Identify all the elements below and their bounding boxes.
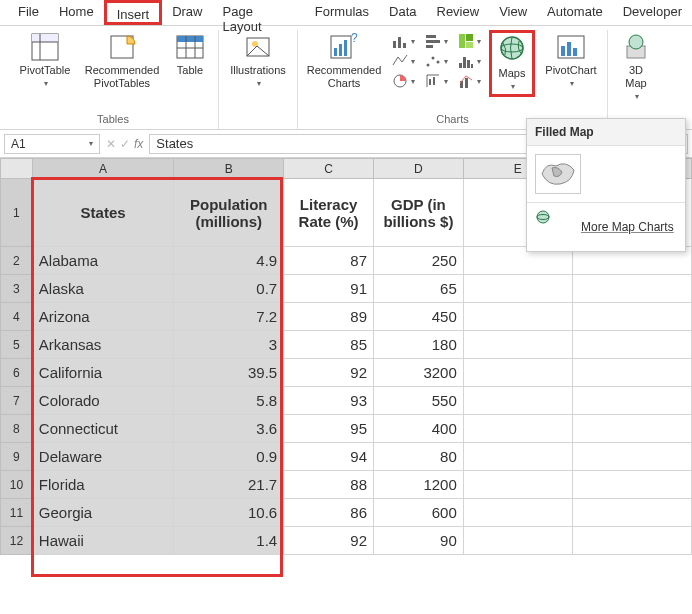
cell[interactable]: Georgia xyxy=(32,499,174,527)
cell[interactable]: 92 xyxy=(284,359,374,387)
cell-b1[interactable]: Population (millions) xyxy=(174,179,284,247)
row-header[interactable]: 7 xyxy=(1,387,33,415)
cell[interactable]: 88 xyxy=(284,471,374,499)
menu-home[interactable]: Home xyxy=(49,0,104,25)
cell[interactable]: 250 xyxy=(374,247,464,275)
pivottable-button[interactable]: PivotTable▾ xyxy=(14,30,76,91)
cell[interactable] xyxy=(463,359,572,387)
col-header-c[interactable]: C xyxy=(284,159,374,179)
menu-file[interactable]: File xyxy=(8,0,49,25)
cell[interactable]: 89 xyxy=(284,303,374,331)
cell[interactable] xyxy=(463,527,572,555)
cell[interactable]: 85 xyxy=(284,331,374,359)
menu-formulas[interactable]: Formulas xyxy=(305,0,379,25)
cell[interactable]: 5.8 xyxy=(174,387,284,415)
cell[interactable] xyxy=(572,275,691,303)
cell[interactable]: 3 xyxy=(174,331,284,359)
3d-map-button[interactable]: 3D Map▾ xyxy=(614,30,658,104)
cell-d1[interactable]: GDP (in billions $) xyxy=(374,179,464,247)
cell[interactable]: 1.4 xyxy=(174,527,284,555)
cell[interactable]: 92 xyxy=(284,527,374,555)
cell[interactable]: 93 xyxy=(284,387,374,415)
fx-icon[interactable]: fx xyxy=(134,137,143,151)
cell[interactable] xyxy=(572,471,691,499)
cell[interactable]: Arkansas xyxy=(32,331,174,359)
pivotchart-button[interactable]: PivotChart▾ xyxy=(541,30,601,91)
cell[interactable] xyxy=(572,499,691,527)
filled-map-option[interactable] xyxy=(535,154,581,194)
menu-draw[interactable]: Draw xyxy=(162,0,212,25)
menu-view[interactable]: View xyxy=(489,0,537,25)
cell[interactable] xyxy=(572,359,691,387)
surface-chart-button[interactable]: ▾ xyxy=(423,72,450,90)
cell[interactable] xyxy=(572,443,691,471)
menu-developer[interactable]: Developer xyxy=(613,0,692,25)
cell[interactable] xyxy=(463,303,572,331)
cell[interactable]: 600 xyxy=(374,499,464,527)
row-header[interactable]: 11 xyxy=(1,499,33,527)
menu-automate[interactable]: Automate xyxy=(537,0,613,25)
area-chart-button[interactable]: ▾ xyxy=(423,52,450,70)
row-header[interactable]: 8 xyxy=(1,415,33,443)
cell[interactable]: 550 xyxy=(374,387,464,415)
cell[interactable]: 7.2 xyxy=(174,303,284,331)
row-header-1[interactable]: 1 xyxy=(1,179,33,247)
cell-c1[interactable]: Literacy Rate (%) xyxy=(284,179,374,247)
cell[interactable]: 91 xyxy=(284,275,374,303)
cell[interactable]: 87 xyxy=(284,247,374,275)
menu-review[interactable]: Review xyxy=(427,0,490,25)
cell[interactable] xyxy=(572,387,691,415)
menu-data[interactable]: Data xyxy=(379,0,426,25)
select-all-corner[interactable] xyxy=(1,159,33,179)
line-chart-button[interactable]: ▾ xyxy=(390,52,417,70)
cell[interactable] xyxy=(463,443,572,471)
cell[interactable] xyxy=(463,331,572,359)
cell[interactable]: 94 xyxy=(284,443,374,471)
cell[interactable]: Connecticut xyxy=(32,415,174,443)
cell[interactable]: 95 xyxy=(284,415,374,443)
cell[interactable]: 0.7 xyxy=(174,275,284,303)
cell[interactable]: Alaska xyxy=(32,275,174,303)
row-header[interactable]: 5 xyxy=(1,331,33,359)
cell[interactable]: California xyxy=(32,359,174,387)
illustrations-button[interactable]: Illustrations▾ xyxy=(225,30,291,91)
cell[interactable]: 3.6 xyxy=(174,415,284,443)
menu-page-layout[interactable]: Page Layout xyxy=(213,0,305,25)
cell[interactable]: 39.5 xyxy=(174,359,284,387)
row-header[interactable]: 10 xyxy=(1,471,33,499)
col-header-d[interactable]: D xyxy=(374,159,464,179)
cell[interactable]: Delaware xyxy=(32,443,174,471)
bar-chart-button[interactable]: ▾ xyxy=(423,32,450,50)
recommended-charts-button[interactable]: ? Recommended Charts xyxy=(304,30,384,92)
more-map-charts-button[interactable]: More Map Charts xyxy=(527,202,685,251)
cell[interactable]: Colorado xyxy=(32,387,174,415)
menu-insert[interactable]: Insert xyxy=(104,0,163,25)
cell[interactable]: 400 xyxy=(374,415,464,443)
enter-formula-icon[interactable]: ✓ xyxy=(120,137,130,151)
cell[interactable]: 1200 xyxy=(374,471,464,499)
cell[interactable] xyxy=(572,527,691,555)
cell[interactable]: 4.9 xyxy=(174,247,284,275)
row-header[interactable]: 12 xyxy=(1,527,33,555)
pie-chart-button[interactable]: ▾ xyxy=(390,72,417,90)
col-header-b[interactable]: B xyxy=(174,159,284,179)
cell[interactable]: Arizona xyxy=(32,303,174,331)
cell[interactable]: 90 xyxy=(374,527,464,555)
cell[interactable] xyxy=(572,415,691,443)
cell[interactable]: 10.6 xyxy=(174,499,284,527)
recommended-pivottables-button[interactable]: Recommended PivotTables xyxy=(82,30,162,92)
col-header-a[interactable]: A xyxy=(32,159,174,179)
hierarchy-chart-button[interactable]: ▾ xyxy=(456,32,483,50)
cell[interactable] xyxy=(572,303,691,331)
cell[interactable]: 3200 xyxy=(374,359,464,387)
name-box[interactable]: A1▾ xyxy=(4,134,100,154)
row-header[interactable]: 6 xyxy=(1,359,33,387)
row-header[interactable]: 9 xyxy=(1,443,33,471)
row-header[interactable]: 4 xyxy=(1,303,33,331)
cell[interactable] xyxy=(463,499,572,527)
row-header[interactable]: 3 xyxy=(1,275,33,303)
cell[interactable]: Alabama xyxy=(32,247,174,275)
cell-a1[interactable]: States xyxy=(32,179,174,247)
table-button[interactable]: Table xyxy=(168,30,212,79)
cell[interactable] xyxy=(572,331,691,359)
